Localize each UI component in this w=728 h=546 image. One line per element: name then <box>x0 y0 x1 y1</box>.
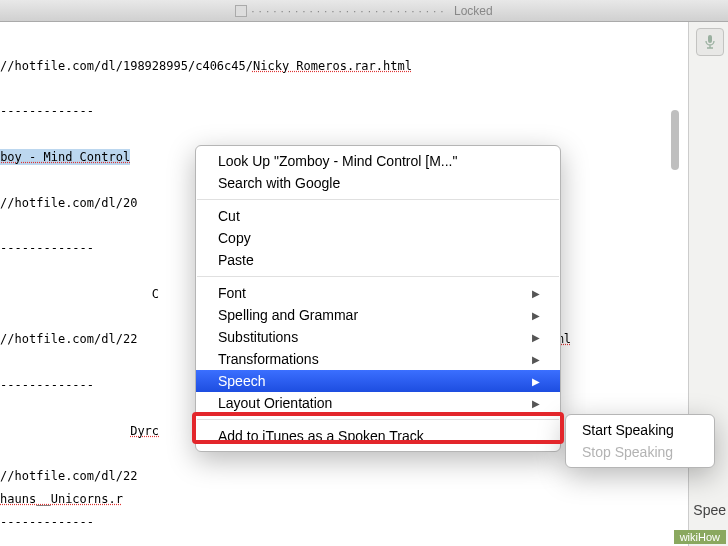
speech-submenu: Start Speaking Stop Speaking <box>565 414 715 468</box>
url-fragment[interactable]: ttps://hotfile.com/dl/20 <box>0 196 137 210</box>
menu-item-stop-speaking: Stop Speaking <box>566 441 714 463</box>
menu-label: Layout Orientation <box>218 395 332 411</box>
url-fragment[interactable]: ttps://hotfile.com/dl/198928995/c406c45/ <box>0 59 253 73</box>
url-fragment[interactable]: ttps://hotfile.com/dl/22 <box>0 332 137 346</box>
divider-line: ------------------ <box>0 104 94 118</box>
menu-item-paste[interactable]: Paste <box>196 249 560 271</box>
locked-label: Locked <box>454 4 493 18</box>
microphone-icon[interactable] <box>696 28 724 56</box>
url-fragment[interactable]: ttps://hotfile.com/dl/22 <box>0 469 137 483</box>
menu-label: Paste <box>218 252 254 268</box>
menu-separator <box>197 276 559 277</box>
menu-item-start-speaking[interactable]: Start Speaking <box>566 419 714 441</box>
divider-line: ------------------ <box>0 241 94 255</box>
text-word[interactable]: Dyrc <box>130 424 159 438</box>
menu-separator <box>197 199 559 200</box>
menu-item-layout-orientation[interactable]: Layout Orientation▶ <box>196 392 560 414</box>
wikihow-watermark: wikiHow <box>674 530 726 544</box>
menu-label: Search with Google <box>218 175 340 191</box>
menu-label: Add to iTunes as a Spoken Track <box>218 428 424 444</box>
menu-item-add-to-itunes[interactable]: Add to iTunes as a Spoken Track <box>196 425 560 447</box>
menu-item-lookup[interactable]: Look Up "Zomboy - Mind Control [M..." <box>196 150 560 172</box>
menu-item-speech[interactable]: Speech▶ <box>196 370 560 392</box>
menu-item-transformations[interactable]: Transformations▶ <box>196 348 560 370</box>
divider-line: ------------------ <box>0 515 94 529</box>
menu-label: Stop Speaking <box>582 444 673 460</box>
menu-label: Speech <box>218 373 265 389</box>
menu-label: Substitutions <box>218 329 298 345</box>
chevron-right-icon: ▶ <box>532 354 540 365</box>
selected-text[interactable]: Zomboy - Mind Control <box>0 149 130 165</box>
right-panel-label: Spee <box>693 502 726 518</box>
menu-separator <box>197 419 559 420</box>
menu-label: Font <box>218 285 246 301</box>
menu-item-spelling[interactable]: Spelling and Grammar▶ <box>196 304 560 326</box>
menu-label: Transformations <box>218 351 319 367</box>
menu-item-font[interactable]: Font▶ <box>196 282 560 304</box>
chevron-right-icon: ▶ <box>532 288 540 299</box>
url-filename[interactable]: Nicky Romeros.rar.html <box>253 59 412 73</box>
window-titlebar: · · · · · · · · · · · · · · · · · · · · … <box>0 0 728 22</box>
window-title: · · · · · · · · · · · · · · · · · · · · … <box>251 4 444 18</box>
svg-rect-0 <box>708 35 712 43</box>
divider-line: ------------------ <box>0 378 94 392</box>
menu-label: Look Up "Zomboy - Mind Control [M..." <box>218 153 457 169</box>
scrollbar-thumb[interactable] <box>671 110 679 170</box>
chevron-right-icon: ▶ <box>532 332 540 343</box>
vertical-scrollbar[interactable] <box>670 40 680 240</box>
menu-item-search-google[interactable]: Search with Google <box>196 172 560 194</box>
chevron-right-icon: ▶ <box>532 376 540 387</box>
document-icon <box>235 5 247 17</box>
menu-label: Start Speaking <box>582 422 674 438</box>
context-menu: Look Up "Zomboy - Mind Control [M..." Se… <box>195 145 561 452</box>
menu-item-cut[interactable]: Cut <box>196 205 560 227</box>
menu-item-substitutions[interactable]: Substitutions▶ <box>196 326 560 348</box>
text-char[interactable]: C <box>152 287 159 301</box>
chevron-right-icon: ▶ <box>532 398 540 409</box>
chevron-right-icon: ▶ <box>532 310 540 321</box>
menu-item-copy[interactable]: Copy <box>196 227 560 249</box>
menu-label: Copy <box>218 230 251 246</box>
url-filename[interactable]: eprechauns__Unicorns.r <box>0 492 123 506</box>
menu-label: Cut <box>218 208 240 224</box>
menu-label: Spelling and Grammar <box>218 307 358 323</box>
